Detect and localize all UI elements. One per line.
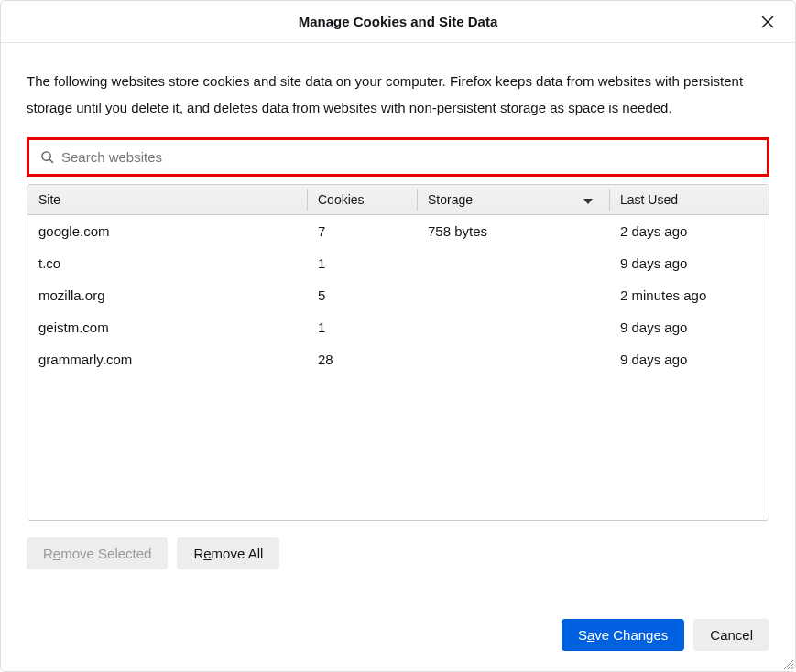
table-row[interactable]: grammarly.com289 days ago xyxy=(27,343,769,375)
close-icon xyxy=(760,15,775,29)
cell-last-used: 2 minutes ago xyxy=(609,287,769,303)
remove-all-button[interactable]: Remove All xyxy=(177,537,279,569)
table-row[interactable]: t.co19 days ago xyxy=(27,247,769,279)
resize-grip-icon[interactable] xyxy=(781,657,794,670)
close-button[interactable] xyxy=(755,9,780,35)
col-header-cookies[interactable]: Cookies xyxy=(307,185,417,214)
search-input[interactable] xyxy=(61,149,756,165)
cell-last-used: 2 days ago xyxy=(609,223,769,239)
dialog-content: The following websites store cookies and… xyxy=(1,43,795,602)
description-text: The following websites store cookies and… xyxy=(27,69,769,121)
cell-site: mozilla.org xyxy=(27,287,307,303)
cell-last-used: 9 days ago xyxy=(609,352,769,367)
col-header-lastused[interactable]: Last Used xyxy=(609,185,769,214)
table-header: Site Cookies Storage Last Used xyxy=(27,185,769,215)
cell-cookies: 5 xyxy=(307,287,417,303)
cell-site: grammarly.com xyxy=(27,352,307,367)
svg-point-2 xyxy=(42,152,50,160)
row-action-buttons: Remove Selected Remove All xyxy=(27,537,769,569)
remove-selected-button[interactable]: Remove Selected xyxy=(27,537,168,569)
cell-storage: 758 bytes xyxy=(417,223,609,239)
svg-line-6 xyxy=(791,667,793,669)
table-body[interactable]: google.com7758 bytes2 days agot.co19 day… xyxy=(27,215,769,520)
sites-table: Site Cookies Storage Last Used google.co… xyxy=(27,184,769,521)
search-field-wrap[interactable] xyxy=(31,142,765,172)
table-row[interactable]: google.com7758 bytes2 days ago xyxy=(27,215,769,247)
col-header-storage-label: Storage xyxy=(428,192,473,207)
search-highlight-box xyxy=(27,137,769,177)
svg-line-3 xyxy=(49,159,53,163)
table-row[interactable]: mozilla.org52 minutes ago xyxy=(27,279,769,311)
cell-cookies: 7 xyxy=(307,223,417,239)
save-changes-button[interactable]: Save Changes xyxy=(562,619,684,651)
col-header-storage[interactable]: Storage xyxy=(417,185,609,214)
cell-cookies: 1 xyxy=(307,320,417,335)
cookies-dialog: Manage Cookies and Site Data The followi… xyxy=(0,0,796,672)
cell-cookies: 1 xyxy=(307,255,417,271)
cell-site: geistm.com xyxy=(27,320,307,335)
cell-site: t.co xyxy=(27,255,307,271)
table-row[interactable]: geistm.com19 days ago xyxy=(27,311,769,343)
sort-descending-icon xyxy=(583,192,593,207)
cell-last-used: 9 days ago xyxy=(609,255,769,271)
cell-site: google.com xyxy=(27,223,307,239)
dialog-footer: Save Changes Cancel xyxy=(1,602,795,671)
cancel-button[interactable]: Cancel xyxy=(693,619,769,651)
dialog-header: Manage Cookies and Site Data xyxy=(1,1,795,43)
col-header-site[interactable]: Site xyxy=(27,185,307,214)
cell-last-used: 9 days ago xyxy=(609,320,769,335)
search-icon xyxy=(40,150,54,164)
cell-cookies: 28 xyxy=(307,352,417,367)
dialog-title: Manage Cookies and Site Data xyxy=(299,14,498,29)
